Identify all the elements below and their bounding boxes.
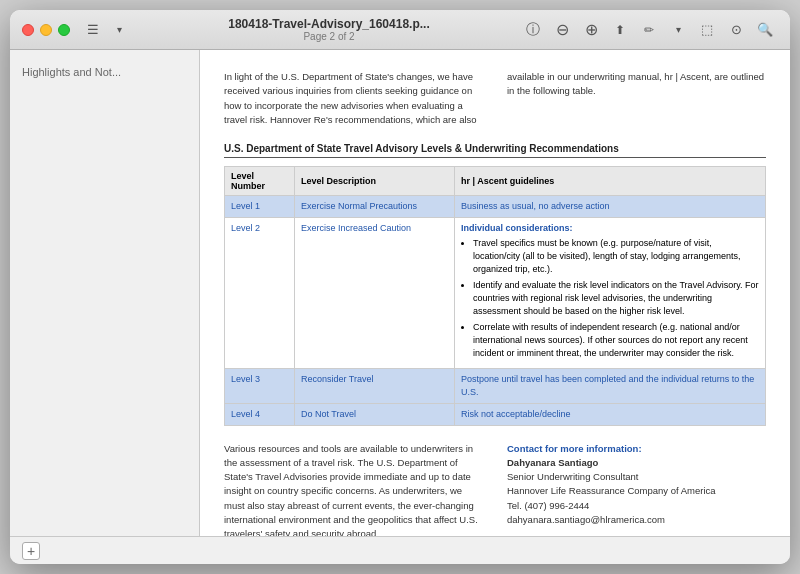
intro-left: In light of the U.S. Department of State… (224, 70, 483, 127)
pen-icon[interactable]: ✏ (636, 17, 662, 43)
level-1-desc: Exercise Normal Precautions (295, 196, 455, 218)
table-row: Level 1 Exercise Normal Precautions Busi… (225, 196, 766, 218)
contact-email: dahyanara.santiago@hlramerica.com (507, 513, 766, 527)
intro-section: In light of the U.S. Department of State… (224, 70, 766, 127)
document-page: Page 2 of 2 (303, 31, 354, 42)
close-button[interactable] (22, 24, 34, 36)
minimize-button[interactable] (40, 24, 52, 36)
app-window: ☰ ▾ 180418-Travel-Advisory_160418.p... P… (10, 10, 790, 564)
search-icon[interactable]: 🔍 (752, 17, 778, 43)
bottom-bar: + (10, 536, 790, 564)
zoom-in-icon[interactable]: ⊕ (578, 17, 604, 43)
contact-name: Dahyanara Santiago (507, 456, 766, 470)
expand-icon[interactable]: ⬚ (694, 17, 720, 43)
level-4-guideline: Risk not acceptable/decline (455, 403, 766, 425)
title-center: 180418-Travel-Advisory_160418.p... Page … (138, 17, 520, 42)
pen-chevron-icon[interactable]: ▾ (665, 17, 691, 43)
level-1-number: Level 1 (225, 196, 295, 218)
info-icon[interactable]: ⓘ (520, 17, 546, 43)
toolbar-right: ⓘ ⊖ ⊕ ⬆ ✏ ▾ ⬚ ⊙ 🔍 (520, 17, 778, 43)
zoom-out-icon[interactable]: ⊖ (549, 17, 575, 43)
intro-right: available in our underwriting manual, hr… (507, 70, 766, 127)
bullet-1: Travel specifics must be known (e.g. pur… (473, 237, 759, 276)
add-button[interactable]: + (22, 542, 40, 560)
table-row: Level 4 Do Not Travel Risk not acceptabl… (225, 403, 766, 425)
table-row: Level 3 Reconsider Travel Postpone until… (225, 368, 766, 403)
level-2-desc: Exercise Increased Caution (295, 218, 455, 368)
contact-company: Hannover Life Reassurance Company of Ame… (507, 484, 766, 498)
footer-section: Various resources and tools are availabl… (224, 442, 766, 536)
table-title: U.S. Department of State Travel Advisory… (224, 143, 766, 158)
col-header-level: Level Number (225, 167, 295, 196)
table-header-row: Level Number Level Description hr | Asce… (225, 167, 766, 196)
sidebar-toggle-group: ☰ ▾ (82, 19, 130, 41)
level-3-desc: Reconsider Travel (295, 368, 455, 403)
chevron-down-icon[interactable]: ▾ (108, 19, 130, 41)
document-title: 180418-Travel-Advisory_160418.p... (228, 17, 429, 31)
level-2-guideline: Individual considerations: Travel specif… (455, 218, 766, 368)
title-bar: ☰ ▾ 180418-Travel-Advisory_160418.p... P… (10, 10, 790, 50)
level-4-desc: Do Not Travel (295, 403, 455, 425)
col-header-guidelines: hr | Ascent guidelines (455, 167, 766, 196)
level-2-number: Level 2 (225, 218, 295, 368)
level-4-number: Level 4 (225, 403, 295, 425)
level-3-guideline: Postpone until travel has been completed… (455, 368, 766, 403)
share-icon[interactable]: ⬆ (607, 17, 633, 43)
individual-considerations-label: Individual considerations: (461, 222, 759, 235)
bullet-3: Correlate with results of independent re… (473, 321, 759, 360)
sidebar-toggle-icon[interactable]: ☰ (82, 19, 104, 41)
sidebar: Highlights and Not... (10, 50, 200, 536)
circle-nav-icon[interactable]: ⊙ (723, 17, 749, 43)
bullet-2: Identify and evaluate the risk level ind… (473, 279, 759, 318)
advisory-table: Level Number Level Description hr | Asce… (224, 166, 766, 426)
fullscreen-button[interactable] (58, 24, 70, 36)
contact-title: Contact for more information: (507, 442, 766, 456)
footer-right: Contact for more information: Dahyanara … (507, 442, 766, 536)
sidebar-title: Highlights and Not... (18, 62, 191, 82)
content-area: Highlights and Not... In light of the U.… (10, 50, 790, 536)
level-1-guideline: Business as usual, no adverse action (455, 196, 766, 218)
level-3-number: Level 3 (225, 368, 295, 403)
level-2-bullets: Travel specifics must be known (e.g. pur… (473, 237, 759, 360)
contact-tel: Tel. (407) 996-2444 (507, 499, 766, 513)
document-content: In light of the U.S. Department of State… (200, 50, 790, 536)
footer-left: Various resources and tools are availabl… (224, 442, 483, 536)
table-row: Level 2 Exercise Increased Caution Indiv… (225, 218, 766, 368)
col-header-desc: Level Description (295, 167, 455, 196)
contact-role: Senior Underwriting Consultant (507, 470, 766, 484)
traffic-lights (22, 24, 70, 36)
